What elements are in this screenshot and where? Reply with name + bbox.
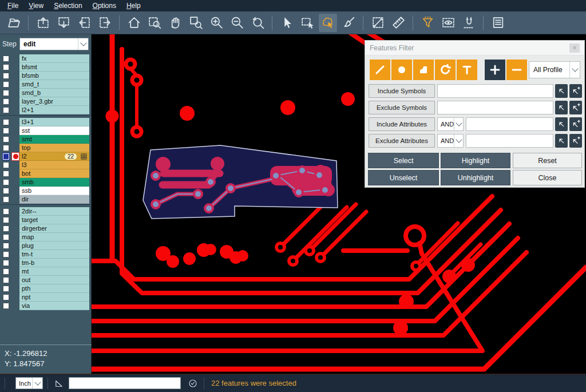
layer-name-dirgerber[interactable]: dirgerber <box>19 224 89 233</box>
zoom-window-icon[interactable] <box>145 14 164 32</box>
and-or-select[interactable]: AND <box>437 117 464 131</box>
view-eye-icon[interactable] <box>439 14 457 32</box>
filter-value-input[interactable] <box>466 117 553 131</box>
layer-name-via[interactable]: via <box>19 302 89 310</box>
layer-name-bfsmb[interactable]: bfsmb <box>19 72 89 80</box>
layer-name-2dir--[interactable]: 2dir-- <box>19 207 89 216</box>
layer-checkbox-l3+1[interactable] <box>3 119 9 125</box>
select-button[interactable]: Select <box>368 153 439 168</box>
layer-name-fx[interactable]: fx <box>19 54 89 63</box>
layer-checkbox-npt[interactable] <box>3 294 9 300</box>
layers-list-icon[interactable] <box>489 14 507 32</box>
layer-name-smb[interactable]: smb <box>19 178 89 187</box>
layer-name-bfsmt[interactable]: bfsmt <box>19 63 89 72</box>
close-icon[interactable]: × <box>569 43 580 53</box>
command-input[interactable] <box>69 377 181 389</box>
pan-hand-icon[interactable] <box>166 14 184 32</box>
layer-checkbox-sst[interactable] <box>3 128 9 134</box>
filter-label-button[interactable]: Include Attributes <box>369 117 435 131</box>
unselect-button[interactable]: Unselect <box>368 170 439 185</box>
text-icon[interactable] <box>457 60 477 80</box>
surface-icon[interactable] <box>413 60 434 80</box>
zoom-in-icon[interactable] <box>207 14 225 32</box>
layer-name-l3[interactable]: l3 <box>19 161 89 169</box>
pan-left-icon[interactable] <box>75 14 93 32</box>
pick-add-from-canvas-button[interactable] <box>569 117 582 131</box>
close-button[interactable]: Close <box>513 170 582 185</box>
add-filter-button[interactable] <box>485 60 505 80</box>
layer-checkbox-dir[interactable] <box>3 196 9 203</box>
filter-icon[interactable] <box>418 14 437 32</box>
layer-name-target[interactable]: target <box>19 216 89 224</box>
brush-icon[interactable] <box>339 14 358 32</box>
remove-filter-button[interactable] <box>506 60 527 80</box>
highlight-button[interactable]: Highlight <box>441 153 510 168</box>
filter-value-input[interactable] <box>437 84 553 98</box>
layer-checkbox-2dir--[interactable] <box>3 208 9 215</box>
layer-checkbox-smt[interactable] <box>3 136 9 142</box>
layer-checkbox-bfsmb[interactable] <box>3 73 9 79</box>
layer-name-dir[interactable]: dir <box>19 195 89 204</box>
pan-up-icon[interactable] <box>34 14 52 32</box>
menu-item-file[interactable]: File <box>2 1 23 11</box>
layer-name-pth[interactable]: pth <box>19 284 89 293</box>
pan-down-icon[interactable] <box>54 14 73 32</box>
zoom-previous-icon[interactable] <box>248 14 267 32</box>
layer-name-npt[interactable]: npt <box>19 293 89 302</box>
layer-checkbox-tm-t[interactable] <box>3 251 9 258</box>
layer-name-layer_3.gbr[interactable]: layer_3.gbr <box>19 97 89 106</box>
grid-table-icon[interactable] <box>81 153 87 160</box>
filter-value-input[interactable] <box>437 101 553 114</box>
layer-checkbox-out[interactable] <box>3 277 9 283</box>
step-select[interactable]: edit <box>19 38 89 50</box>
layer-checkbox-dirgerber[interactable] <box>3 225 9 232</box>
layer-name-bot[interactable]: bot <box>19 169 89 178</box>
layer-checkbox-smd_t[interactable] <box>3 81 9 88</box>
layer-name-tm-t[interactable]: tm-t <box>19 250 89 259</box>
layer-name-l2+1[interactable]: l2+1 <box>19 106 89 114</box>
layer-checkbox-map[interactable] <box>3 234 9 240</box>
reset-button[interactable]: Reset <box>513 153 582 168</box>
layer-name-plug[interactable]: plug <box>19 241 89 250</box>
layer-name-map[interactable]: map <box>19 233 89 241</box>
corner-angle-icon[interactable] <box>53 377 65 390</box>
layer-name-smd_t[interactable]: smd_t <box>19 80 89 89</box>
unit-select[interactable]: Inch <box>15 377 43 389</box>
line-icon[interactable] <box>370 60 390 80</box>
layer-checkbox-layer_3.gbr[interactable] <box>3 98 9 105</box>
layer-name-l3+1[interactable]: l3+1 <box>19 118 89 126</box>
filter-label-button[interactable]: Include Symbols <box>369 84 435 98</box>
pick-from-canvas-button[interactable] <box>555 117 568 131</box>
layer-checkbox-l2+1[interactable] <box>3 107 9 113</box>
layer-name-smd_b[interactable]: smd_b <box>19 89 89 97</box>
layer-checkbox-bot[interactable] <box>3 171 9 177</box>
ruler-icon[interactable] <box>389 14 407 32</box>
layer-name-ssb[interactable]: ssb <box>19 187 89 195</box>
layer-checkbox-plug[interactable] <box>3 243 9 249</box>
menu-item-help[interactable]: Help <box>121 1 146 11</box>
layer-checkbox-ssb[interactable] <box>3 188 9 194</box>
layer-checkbox-bfsmt[interactable] <box>3 64 9 70</box>
pick-add-from-canvas-button[interactable] <box>569 84 582 98</box>
menu-item-selection[interactable]: Selection <box>49 1 87 11</box>
select-arrow-icon[interactable] <box>278 14 296 32</box>
pan-right-icon[interactable] <box>96 14 114 32</box>
snap-magnet-icon[interactable] <box>460 14 478 32</box>
pick-from-canvas-button[interactable] <box>555 134 568 148</box>
pick-from-canvas-button[interactable] <box>555 101 568 114</box>
layer-checkbox-top[interactable] <box>3 145 9 151</box>
open-folder-icon[interactable] <box>5 14 23 32</box>
layer-name-sst[interactable]: sst <box>19 126 89 135</box>
layer-checkbox-pth[interactable] <box>3 286 9 292</box>
zoom-out-icon[interactable] <box>228 14 246 32</box>
menu-item-view[interactable]: View <box>23 1 49 11</box>
circle-icon[interactable] <box>391 60 412 80</box>
layer-checkbox-via[interactable] <box>3 303 9 309</box>
filter-label-button[interactable]: Exclude Attributes <box>369 134 435 148</box>
layer-name-top[interactable]: top <box>19 144 89 152</box>
layer-checkbox-smd_b[interactable] <box>3 90 9 96</box>
layer-name-mt[interactable]: mt <box>19 267 89 276</box>
layer-name-out[interactable]: out <box>19 276 89 284</box>
pick-from-canvas-button[interactable] <box>555 84 568 98</box>
layer-checkbox-target[interactable] <box>3 217 9 223</box>
